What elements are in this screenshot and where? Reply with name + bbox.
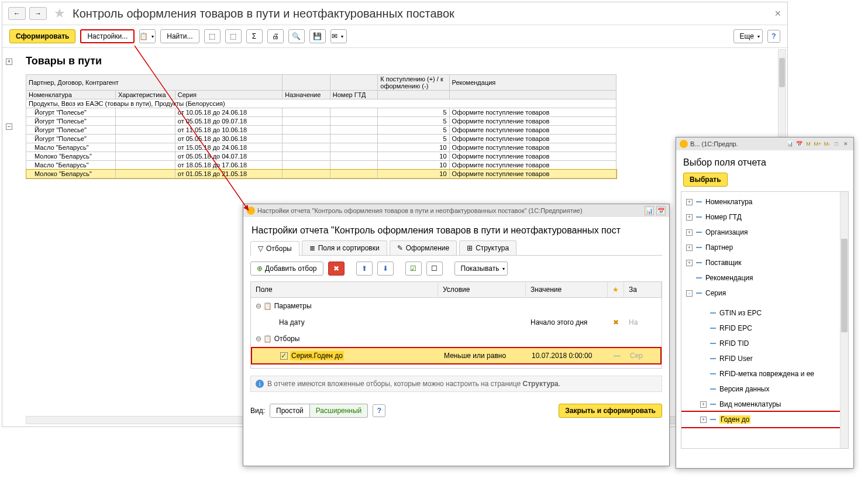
tree-icon: ⊞ — [467, 244, 473, 252]
table-row[interactable]: Молоко "Беларусь"от 01.05.18 до 21.05.18… — [26, 170, 616, 178]
select-button[interactable]: Выбрать — [683, 173, 728, 187]
report-title: Товары в пути — [26, 55, 781, 67]
info-icon: i — [256, 380, 264, 388]
sum-button[interactable]: Σ — [246, 29, 263, 43]
tree-node[interactable]: +Поставщик — [681, 255, 848, 270]
check-all-button[interactable]: ☑ — [405, 262, 422, 276]
tab-filters[interactable]: ▽Отборы — [250, 241, 299, 256]
col-qty: К поступлению (+) / к оформлению (-) — [378, 75, 449, 91]
tabs: ▽Отборы ≣Поля и сортировки ✎Оформление ⊞… — [250, 240, 662, 256]
print-button[interactable]: 🖨 — [267, 29, 284, 43]
find-button[interactable]: Найти... — [160, 29, 199, 43]
col-partner: Партнер, Договор, Контрагент — [26, 75, 283, 91]
move-up-button[interactable]: ⬆ — [356, 262, 373, 276]
collapse-icon[interactable]: ⬚ — [225, 29, 242, 43]
uncheck-all-button[interactable]: ☐ — [426, 262, 443, 276]
table-row[interactable]: Йогурт "Полесье"от 11.05.18 до 10.06.185… — [26, 126, 616, 135]
chooser-heading: Выбор поля отчета — [676, 150, 853, 173]
tree-node-selected[interactable]: +Годен до — [681, 412, 848, 427]
filter-row-selected[interactable]: Серия.Годен до Меньше или равно 10.07.20… — [251, 347, 662, 364]
table-row[interactable]: Масло "Беларусь"от 18.05.18 до 17.06.181… — [26, 161, 616, 170]
tree-node[interactable]: +Организация — [681, 225, 848, 240]
generate-button[interactable]: Сформировать — [9, 29, 75, 43]
email-button[interactable]: ✉▾ — [330, 29, 347, 43]
move-down-button[interactable]: ⬇ — [377, 262, 394, 276]
filter-table: Поле Условие Значение ★ За ⊖ 📋 Параметры… — [250, 281, 662, 369]
filter-toolbar: ⊕Добавить отбор ✖ ⬆ ⬇ ☑ ☐ Показывать▾ — [243, 256, 669, 281]
dialog-footer: Вид: Простой Расширенный ? Закрыть и сфо… — [243, 399, 669, 422]
more-button[interactable]: Еще▾ — [733, 29, 763, 43]
tree-collapse-top[interactable]: + — [6, 59, 12, 65]
preview-button[interactable]: 🔍 — [288, 29, 305, 43]
tree-gutter: + − — [2, 59, 23, 130]
logo-1c-icon — [680, 140, 688, 148]
table-row[interactable]: Молоко "Беларусь"от 05.05.18 до 04.07.18… — [26, 152, 616, 161]
win-calendar-icon[interactable]: 📅 — [656, 206, 666, 215]
variants-button[interactable]: 📋▾ — [139, 29, 156, 43]
add-filter-button[interactable]: ⊕Добавить отбор — [250, 262, 323, 276]
tree-scrollbar[interactable] — [840, 192, 848, 448]
tree-node[interactable]: GTIN из EPC — [681, 305, 848, 321]
help-button[interactable]: ? — [767, 30, 780, 43]
mode-extended-button[interactable]: Расширенный — [310, 404, 368, 418]
settings-button[interactable]: Настройки... — [80, 29, 135, 43]
table-row[interactable]: Йогурт "Полесье"от 05.05.18 до 30.06.185… — [26, 135, 616, 143]
dialog-winbar-text: Настройки отчета "Контроль оформления то… — [257, 207, 583, 214]
dialog-titlebar[interactable]: Настройки отчета "Контроль оформления то… — [243, 204, 669, 217]
win-calc-icon[interactable]: 📊 — [645, 206, 654, 215]
tree-node[interactable]: +Номенклатура — [681, 194, 848, 209]
tree-node[interactable]: RFID EPC — [681, 321, 848, 336]
col-head: За — [624, 282, 662, 297]
expand-icon[interactable]: ⬚ — [204, 29, 221, 43]
tab-fields[interactable]: ≣Поля и сортировки — [302, 240, 387, 255]
close-generate-button[interactable]: Закрыть и сформировать — [559, 404, 662, 418]
tab-design[interactable]: ✎Оформление — [390, 240, 457, 255]
tree-node[interactable]: RFID TID — [681, 336, 848, 351]
show-mode-button[interactable]: Показывать▾ — [454, 262, 508, 276]
favorite-star-icon[interactable]: ★ — [54, 6, 66, 21]
tree-node[interactable]: -Серия — [681, 286, 848, 301]
list-icon: ≣ — [309, 244, 315, 252]
group-filters[interactable]: ⊖ 📋 Отборы — [251, 331, 662, 347]
tree-node[interactable]: +Вид номенклатуры — [681, 397, 848, 412]
tb-icon[interactable]: 📊 — [786, 140, 794, 148]
table-row[interactable]: Йогурт "Полесье"от 10.05.18 до 24.06.185… — [26, 108, 616, 117]
tree-node[interactable]: Рекомендация — [681, 270, 848, 286]
tree-node[interactable]: RFID User — [681, 351, 848, 366]
nav-forward-button[interactable]: → — [29, 7, 47, 20]
col-field: Поле — [251, 282, 438, 297]
mminus-icon[interactable]: M- — [823, 140, 831, 148]
delete-filter-button[interactable]: ✖ — [328, 262, 345, 276]
report-table: Партнер, Договор, Контрагент К поступлен… — [26, 74, 616, 178]
settings-dialog: Настройки отчета "Контроль оформления то… — [243, 204, 670, 466]
filter-checkbox[interactable] — [280, 352, 288, 360]
nav-back-button[interactable]: ← — [8, 7, 26, 20]
save-button[interactable]: 💾 — [309, 29, 326, 43]
param-row-on-date[interactable]: На дату Начало этого дня ✖ На — [251, 314, 662, 331]
table-row[interactable]: Масло "Беларусь"от 15.05.18 до 24.06.181… — [26, 143, 616, 152]
close-icon[interactable]: ✕ — [774, 9, 781, 18]
logo-1c-icon — [247, 207, 255, 215]
chooser-titlebar[interactable]: В... (1С:Предпр. 📊 📅 M M+ M- □ ✕ — [676, 137, 853, 150]
tree-node[interactable]: Версия данных — [681, 381, 848, 397]
plus-icon: ⊕ — [257, 264, 263, 273]
col-star: ★ — [608, 282, 624, 297]
mode-simple-button[interactable]: Простой — [270, 404, 310, 418]
col-char: Характеристика — [115, 91, 175, 99]
tree-node[interactable]: +Партнер — [681, 240, 848, 255]
group-row[interactable]: Продукты, Ввоз из ЕАЭС (товары в пути), … — [26, 99, 616, 108]
help-button-dialog[interactable]: ? — [373, 404, 385, 417]
m-icon[interactable]: M — [804, 140, 812, 148]
params-icon: 📋 — [263, 302, 272, 310]
close-icon[interactable]: ✕ — [842, 140, 850, 148]
group-parameters[interactable]: ⊖ 📋 Параметры — [251, 298, 662, 314]
mplus-icon[interactable]: M+ — [814, 140, 822, 148]
tree-collapse-group[interactable]: − — [6, 123, 12, 130]
table-row[interactable]: Йогурт "Полесье"от 05.05.18 до 09.07.185… — [26, 117, 616, 126]
tree-node[interactable]: +Номер ГТД — [681, 209, 848, 225]
tb-icon2[interactable]: 📅 — [795, 140, 803, 148]
tab-structure[interactable]: ⊞Структура — [459, 240, 516, 255]
maximize-icon[interactable]: □ — [832, 140, 841, 148]
tree-node[interactable]: RFID-метка повреждена и ее — [681, 366, 848, 381]
filters-icon: 📋 — [263, 335, 272, 343]
